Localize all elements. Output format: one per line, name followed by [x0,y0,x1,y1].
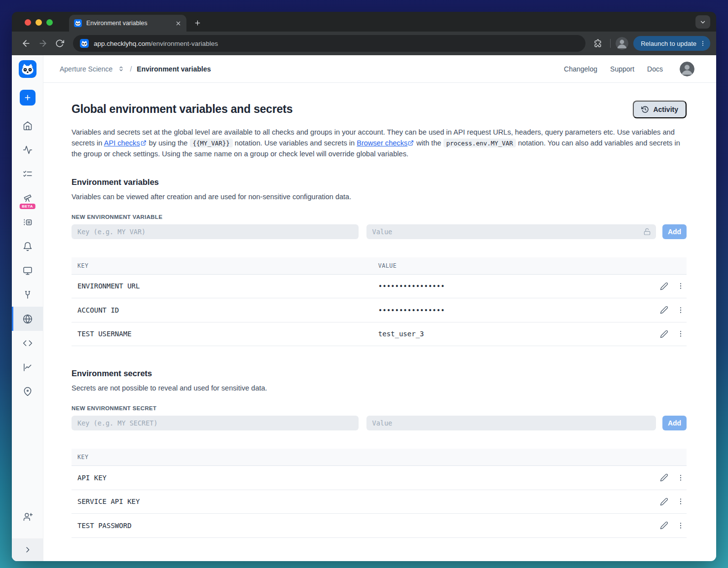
account-name[interactable]: Aperture Science [60,65,112,73]
new-tab-button[interactable] [191,17,203,29]
sidebar-item-home[interactable] [12,113,43,138]
checkly-logo[interactable] [19,60,36,78]
sidebar-item-logs[interactable] [12,210,43,234]
variable-key: TEST_USERNAME [72,330,372,338]
edit-pencil-icon[interactable] [660,521,668,530]
history-icon [641,106,649,113]
sidebar-item-snippets[interactable] [12,331,43,355]
table-row: TEST_USERNAME test_user_3 [72,322,687,347]
app-header: Aperture Science / Environment variables… [43,55,716,83]
activity-pulse-icon [23,145,33,155]
minimize-window-button[interactable] [36,19,42,26]
table-row: ACCOUNT_ID •••••••••••••••• [72,298,687,322]
variables-table-header: KEY VALUE [72,257,687,275]
variable-value-masked: •••••••••••••••• [372,282,646,290]
account-switcher-icon[interactable] [117,65,125,72]
kebab-menu-icon[interactable] [677,497,685,505]
support-link[interactable]: Support [610,65,634,73]
edit-pencil-icon[interactable] [660,306,668,314]
sidebar-item-private-locations[interactable] [12,379,43,403]
secret-key-input[interactable] [72,416,359,430]
docs-link[interactable]: Docs [647,65,663,73]
plus-icon [24,94,32,102]
variables-section-title: Environment variables [72,178,687,187]
edit-pencil-icon[interactable] [660,473,668,482]
home-icon [23,121,33,131]
sidebar-item-dashboards[interactable] [12,258,43,283]
sidebar-item-environment-variables[interactable] [12,307,43,331]
checkly-favicon [74,19,82,27]
variable-key-input[interactable] [72,224,359,239]
sidebar-item-maintenance[interactable] [12,283,43,307]
secret-value-input[interactable] [366,416,656,430]
browser-tab-strip: Environment variables [12,12,716,32]
edit-pencil-icon[interactable] [660,330,668,338]
sidebar-item-alerts[interactable] [12,234,43,258]
sidebar-item-analytics[interactable] [12,355,43,379]
sidebar-item-checks[interactable] [12,162,43,186]
column-header-key: KEY [72,454,646,461]
code-chip: {{MY_VAR}} [190,139,233,147]
browser-window: Environment variables app.checklyhq.com/… [12,12,716,561]
zoom-window-button[interactable] [46,19,53,26]
add-user-icon [23,512,33,522]
create-new-button[interactable] [20,90,36,106]
variable-key: ACCOUNT_ID [72,306,372,314]
browser-profile-avatar[interactable] [616,37,628,50]
new-variable-form: Add [72,224,687,239]
tab-title: Environment variables [86,20,171,27]
back-icon[interactable] [19,36,34,51]
page-content: Global environment variables and secrets… [43,83,716,561]
kebab-menu-icon[interactable] [677,330,685,338]
kebab-menu-icon[interactable] [677,282,685,290]
new-secret-label: NEW ENVIRONMENT SECRET [72,405,687,411]
sidebar-item-explore-beta[interactable]: BETA [12,186,43,210]
secret-key: TEST_PASSWORD [72,522,646,530]
browser-checks-link[interactable]: Browser checks [357,139,407,147]
user-avatar[interactable] [680,62,694,76]
table-row: TEST_PASSWORD [72,514,687,538]
kebab-menu-icon[interactable] [677,306,685,314]
window-traffic-lights[interactable] [25,19,53,26]
beta-badge: BETA [19,204,35,209]
external-link-icon [408,139,414,149]
kebab-menu-icon[interactable] [677,522,685,530]
extensions-puzzle-icon[interactable] [590,36,605,51]
secret-key: API_KEY [72,474,646,482]
variable-value-input[interactable] [366,224,656,239]
relaunch-to-update-button[interactable]: Relaunch to update [633,36,710,51]
chevron-down-icon[interactable] [695,15,710,29]
checklist-icon [23,169,33,179]
monitor-icon [23,266,33,276]
sidebar-expand-button[interactable] [12,538,43,561]
url-bar[interactable]: app.checklyhq.com/environment-variables [73,35,585,52]
invite-user-button[interactable] [12,504,43,529]
edit-pencil-icon[interactable] [660,282,668,290]
variable-value: test_user_3 [372,330,646,338]
breadcrumb-separator: / [130,65,132,73]
api-checks-link[interactable]: API checks [104,139,140,147]
add-secret-button[interactable]: Add [662,416,687,430]
page-title: Global environment variables and secrets [72,103,292,116]
column-header-value: VALUE [372,262,646,269]
code-icon [23,338,33,348]
forward-icon[interactable] [36,36,50,51]
chevron-right-icon [24,546,32,554]
chart-icon [23,362,33,372]
bell-icon [23,242,33,251]
activity-button[interactable]: Activity [633,101,687,118]
tab-close-icon[interactable] [175,20,182,27]
edit-pencil-icon[interactable] [660,497,668,506]
add-variable-button[interactable]: Add [662,224,687,239]
code-chip: process.env.MY_VAR [443,139,516,147]
kebab-menu-icon[interactable] [677,474,685,482]
sidebar-item-monitoring[interactable] [12,138,43,162]
changelog-link[interactable]: Changelog [564,65,597,73]
log-list-icon [23,217,33,227]
browser-tab[interactable]: Environment variables [69,15,186,32]
reload-icon[interactable] [52,36,67,51]
toolbar-divider [610,39,611,48]
column-header-key: KEY [72,262,372,269]
variables-table: KEY VALUE ENVIRONMENT_URL ••••••••••••••… [72,257,687,347]
close-window-button[interactable] [25,19,31,26]
